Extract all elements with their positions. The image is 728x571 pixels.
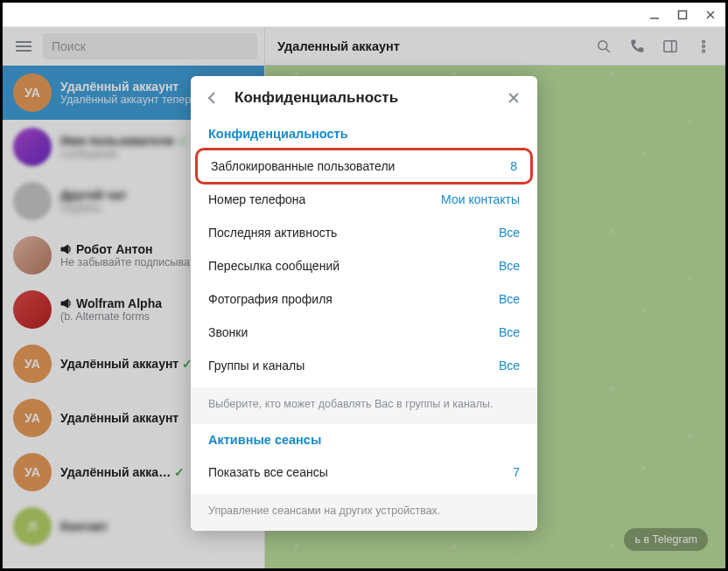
window-titlebar (3, 3, 725, 27)
back-button[interactable] (203, 88, 222, 108)
settings-row-label: Фотография профиля (208, 292, 332, 306)
settings-row[interactable]: Заблокированные пользователи8 (195, 148, 533, 185)
settings-row-value: 8 (510, 159, 517, 173)
privacy-panel: Конфиденциальность Конфиденциальность За… (191, 76, 537, 531)
window-maximize-button[interactable] (675, 7, 690, 23)
settings-row[interactable]: Номер телефонаМои контакты (191, 183, 537, 216)
svg-rect-1 (679, 10, 687, 18)
window-minimize-button[interactable] (647, 7, 662, 23)
settings-row-value: Все (499, 325, 520, 339)
settings-row-value: Мои контакты (441, 192, 520, 206)
settings-row[interactable]: Группы и каналыВсе (191, 349, 537, 382)
privacy-section-header: Конфиденциальность (191, 120, 537, 150)
settings-row[interactable]: Последняя активностьВсе (191, 216, 537, 249)
settings-row-label: Показать все сеансы (208, 465, 328, 479)
window-close-button[interactable] (703, 7, 718, 23)
settings-row-label: Заблокированные пользователи (211, 159, 395, 173)
privacy-note: Выберите, кто может добавлять Вас в груп… (191, 387, 537, 424)
settings-row-label: Номер телефона (208, 192, 305, 206)
settings-row[interactable]: Пересылка сообщенийВсе (191, 249, 537, 282)
settings-row[interactable]: ЗвонкиВсе (191, 316, 537, 349)
settings-row-value: Все (499, 292, 520, 306)
settings-row[interactable]: Показать все сеансы7 (191, 456, 537, 489)
settings-row-label: Группы и каналы (208, 359, 304, 373)
settings-row-value: Все (499, 259, 520, 273)
settings-row-label: Пересылка сообщений (208, 259, 340, 273)
settings-row-value: 7 (513, 465, 520, 479)
sessions-section-header: Активные сеансы (191, 426, 537, 456)
close-button[interactable] (504, 88, 523, 108)
settings-row-label: Последняя активность (208, 226, 337, 240)
settings-row-value: Все (499, 359, 520, 373)
settings-row[interactable]: Фотография профиляВсе (191, 282, 537, 316)
panel-title: Конфиденциальность (234, 89, 492, 107)
sessions-note: Управление сеансами на других устройства… (191, 494, 537, 531)
settings-row-value: Все (499, 226, 520, 240)
settings-row-label: Звонки (208, 325, 248, 339)
